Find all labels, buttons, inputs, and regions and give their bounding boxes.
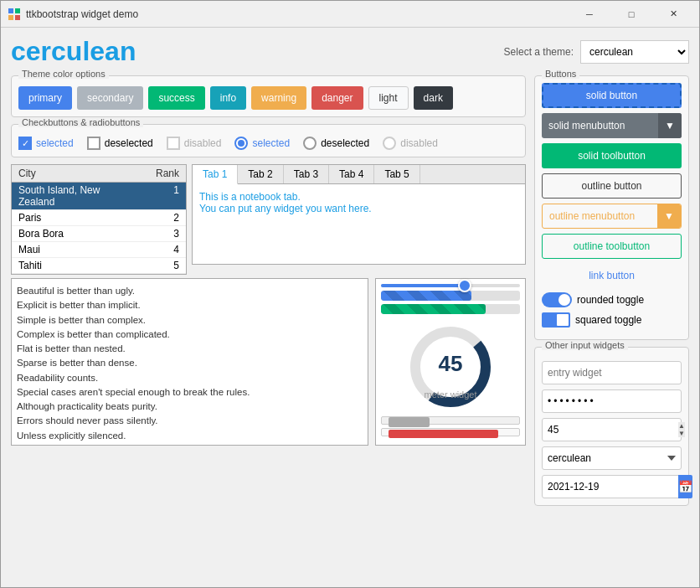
rank-cell: 2 bbox=[137, 212, 179, 224]
city-cell: Tahiti bbox=[18, 260, 137, 271]
donut-value: 45 bbox=[439, 351, 463, 377]
scrollbar-thumb bbox=[389, 417, 430, 427]
outline-toolbutton[interactable]: outline toolbutton bbox=[542, 234, 682, 259]
table-row[interactable]: Tahiti 5 bbox=[12, 258, 186, 274]
city-cell: Paris bbox=[18, 212, 137, 224]
solid-button[interactable]: solid button bbox=[542, 83, 682, 108]
main-window: ttkbootstrap widget demo ─ □ ✕ cerculean… bbox=[0, 0, 700, 588]
squared-toggle-knob bbox=[557, 314, 569, 326]
tab-2[interactable]: Tab 2 bbox=[238, 165, 283, 183]
theme-colors-section: Theme color options primary secondary su… bbox=[11, 75, 526, 117]
btn-light[interactable]: light bbox=[368, 86, 409, 110]
city-cell: Maui bbox=[18, 244, 137, 255]
check-deselected[interactable]: deselected bbox=[87, 137, 153, 150]
squared-toggle[interactable] bbox=[542, 312, 570, 328]
rounded-toggle-knob bbox=[558, 294, 570, 306]
tab-4[interactable]: Tab 4 bbox=[329, 165, 374, 183]
table-row[interactable]: Paris 2 bbox=[12, 210, 186, 226]
buttons-section: Buttons solid button solid menubutton ▼ … bbox=[534, 75, 689, 340]
rank-cell: 1 bbox=[137, 184, 179, 208]
titlebar-controls: ─ □ ✕ bbox=[570, 1, 692, 28]
zen-text-area[interactable]: Beautiful is better than ugly. Explicit … bbox=[11, 278, 368, 446]
btn-secondary[interactable]: secondary bbox=[77, 86, 143, 110]
password-widget[interactable] bbox=[542, 389, 682, 413]
slider-track[interactable] bbox=[381, 284, 520, 287]
entry-widget[interactable] bbox=[542, 361, 682, 384]
link-button[interactable]: link button bbox=[542, 264, 682, 287]
lower-section: Beautiful is better than ugly. Explicit … bbox=[11, 278, 526, 446]
maximize-button[interactable]: □ bbox=[612, 1, 651, 28]
zen-line: Special cases aren't special enough to b… bbox=[17, 385, 363, 400]
rounded-toggle[interactable] bbox=[542, 292, 572, 307]
radio-selected[interactable]: selected bbox=[234, 137, 290, 150]
check-selected[interactable]: ✓ selected bbox=[18, 137, 74, 150]
outline-button[interactable]: outline button bbox=[542, 173, 682, 199]
spinbox-up[interactable]: ▲ bbox=[678, 422, 685, 430]
checkmark-icon: ✓ bbox=[22, 138, 29, 149]
solid-menubutton[interactable]: solid menubutton ▼ bbox=[542, 113, 682, 138]
tab-3[interactable]: Tab 3 bbox=[284, 165, 329, 183]
btn-dark[interactable]: dark bbox=[414, 86, 453, 110]
titlebar: ttkbootstrap widget demo ─ □ ✕ bbox=[1, 1, 699, 28]
radio-disabled-outer bbox=[383, 137, 396, 150]
radio-deselected-outer[interactable] bbox=[303, 137, 317, 150]
donut-chart: 45 meter widget bbox=[404, 321, 497, 413]
solid-menubutton-label: solid menubutton bbox=[542, 120, 658, 132]
titlebar-title: ttkbootstrap widget demo bbox=[26, 8, 570, 20]
list-area: City Rank South Island, New Zealand 1 Pa… bbox=[11, 164, 187, 265]
app-title: cerculean bbox=[11, 36, 504, 67]
close-button[interactable]: ✕ bbox=[654, 1, 692, 28]
checkradio-row: ✓ selected deselected disabled bbox=[18, 137, 518, 150]
minimize-button[interactable]: ─ bbox=[570, 1, 609, 28]
btn-danger[interactable]: danger bbox=[311, 86, 363, 110]
btn-info[interactable]: info bbox=[210, 86, 246, 110]
zen-line: Explicit is better than implicit. bbox=[17, 298, 363, 312]
squared-toggle-label: squared toggle bbox=[575, 314, 641, 326]
city-table: City Rank South Island, New Zealand 1 Pa… bbox=[11, 164, 187, 275]
rounded-toggle-label: rounded toggle bbox=[577, 294, 644, 306]
table-row[interactable]: South Island, New Zealand 1 bbox=[12, 183, 186, 210]
radio-label-deselected: deselected bbox=[321, 137, 369, 149]
scrollbar-h2[interactable] bbox=[381, 428, 520, 436]
solid-toolbutton[interactable]: solid toolbutton bbox=[542, 143, 682, 168]
scrollbar-h[interactable] bbox=[381, 416, 520, 425]
city-cell: Bora Bora bbox=[18, 228, 137, 240]
rounded-toggle-row: rounded toggle bbox=[542, 292, 682, 307]
spinbox-down[interactable]: ▼ bbox=[678, 430, 685, 437]
btn-primary[interactable]: primary bbox=[18, 86, 72, 110]
table-row[interactable]: Bora Bora 3 bbox=[12, 226, 186, 242]
checkradio-label: Checkbuttons & radiobuttons bbox=[18, 117, 143, 127]
btn-warning[interactable]: warning bbox=[251, 86, 306, 110]
tab-1[interactable]: Tab 1 bbox=[193, 165, 238, 184]
main-content: cerculean Select a theme: cerculean flat… bbox=[1, 28, 699, 587]
squared-toggle-row: squared toggle bbox=[542, 312, 682, 328]
progress-fill-blue bbox=[381, 291, 471, 301]
radio-selected-outer[interactable] bbox=[234, 137, 248, 150]
city-cell: South Island, New Zealand bbox=[18, 184, 137, 208]
checkbox-selected[interactable]: ✓ bbox=[18, 137, 32, 150]
radio-label-selected: selected bbox=[252, 137, 290, 149]
check-disabled: disabled bbox=[167, 137, 222, 150]
checkradio-section: Checkbuttons & radiobuttons ✓ selected bbox=[11, 124, 526, 157]
combobox-widget[interactable]: cerculean flatly darkly bbox=[542, 446, 682, 470]
radio-deselected[interactable]: deselected bbox=[303, 137, 369, 150]
spinbox-widget: 45 ▲ ▼ bbox=[542, 418, 682, 441]
tab-5[interactable]: Tab 5 bbox=[374, 165, 419, 183]
table-row[interactable]: Maui 4 bbox=[12, 242, 186, 258]
checkbox-deselected[interactable] bbox=[87, 137, 100, 150]
theme-select[interactable]: cerculean flatly darkly solar superhero bbox=[580, 40, 689, 64]
outline-menubutton[interactable]: outline menubutton ▼ bbox=[542, 204, 682, 229]
rank-cell: 4 bbox=[137, 244, 179, 255]
spinbox-input[interactable]: 45 bbox=[543, 424, 678, 436]
theme-selector: Select a theme: cerculean flatly darkly … bbox=[504, 40, 689, 64]
progress-bar-green bbox=[381, 304, 520, 314]
calendar-icon[interactable]: 📅 bbox=[678, 475, 692, 498]
notebook-line1: This is a notebook tab. bbox=[199, 191, 518, 203]
date-input[interactable]: 2021-12-19 bbox=[543, 481, 678, 493]
input-widgets-label: Other input widgets bbox=[542, 340, 628, 350]
radio-selected-inner bbox=[238, 140, 244, 147]
btn-success[interactable]: success bbox=[148, 86, 204, 110]
zen-line: Flat is better than nested. bbox=[17, 342, 363, 356]
zen-line: Simple is better than complex. bbox=[17, 313, 363, 328]
outline-menubutton-arrow: ▼ bbox=[657, 204, 681, 228]
